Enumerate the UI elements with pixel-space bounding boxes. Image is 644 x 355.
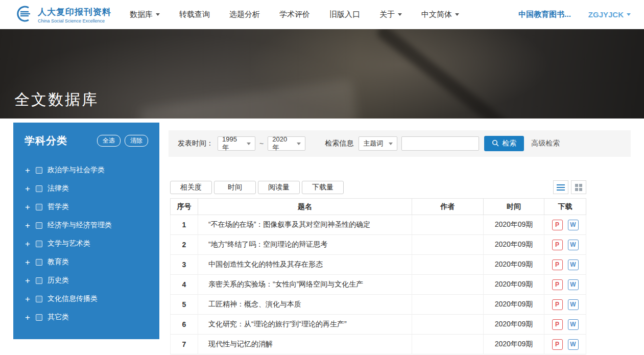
nav-item-topic-analysis[interactable]: 选题分析 [229,10,260,19]
expand-plus-icon[interactable]: + [25,258,31,267]
sidebar-header: 学科分类 全选 清除 [25,134,148,148]
account-name: ZGJYJCK [588,10,624,19]
word-download-icon[interactable]: W [568,319,579,330]
category-checkbox[interactable] [36,222,42,229]
expand-plus-icon[interactable]: + [25,295,31,303]
article-title-link[interactable]: 亲密关系的实验场：“女性向”网络空间与文化生产 [198,275,412,295]
year-to-select[interactable]: 2020年 [268,136,305,151]
category-label: 文学与艺术类 [47,239,90,248]
nav-item-database[interactable]: 数据库 [130,10,160,19]
pdf-download-icon[interactable]: P [552,240,563,250]
word-download-icon[interactable]: W [568,220,579,230]
sidebar-item-history[interactable]: + 历史类 [25,271,148,290]
site-logo[interactable]: 人大复印报刊资料 China Social Science Excellence [13,5,111,25]
sort-downloads-button[interactable]: 下载量 [302,181,344,194]
category-checkbox[interactable] [36,185,42,192]
pdf-download-icon[interactable]: P [552,339,563,350]
pdf-download-icon[interactable]: P [552,259,563,270]
category-checkbox[interactable] [36,296,42,302]
word-download-icon[interactable]: W [568,259,579,270]
nav-item-about[interactable]: 关于 [379,10,402,19]
sort-relevance-button[interactable]: 相关度 [170,181,212,194]
nav-item-academic-evaluation[interactable]: 学术评价 [279,10,310,19]
article-author [412,335,484,354]
category-checkbox[interactable] [36,204,42,210]
list-view-button[interactable] [553,180,568,194]
chevron-down-icon [297,143,301,145]
sidebar-item-economics[interactable]: + 经济学与经济管理类 [25,216,148,234]
article-title-link[interactable]: 现代性与记忆的消解 [198,335,412,354]
account-menu[interactable]: ZGJYJCK [588,10,631,19]
results-table: 序号 题名 作者 时间 下载 1 “不在场的在场”：图像叙事及其对空间神圣性的确… [170,198,586,354]
nav-item-reprint-label: 转载查询 [179,10,210,19]
table-header-row: 序号 题名 作者 时间 下载 [170,198,586,215]
sort-time-button[interactable]: 时间 [214,181,256,194]
chevron-down-icon [389,143,393,145]
col-header-title: 题名 [198,199,412,215]
word-download-icon[interactable]: W [568,299,579,310]
word-download-icon[interactable]: W [568,339,579,350]
article-title-link[interactable]: 中国创造性文化的特性及其存在形态 [198,255,412,275]
year-from-select[interactable]: 1995年 [218,136,255,151]
pdf-download-icon[interactable]: P [552,299,563,310]
table-row: 3 中国创造性文化的特性及其存在形态 2020年09期 P W [170,255,586,275]
category-checkbox[interactable] [36,167,42,174]
pdf-download-icon[interactable]: P [552,319,563,330]
category-checkbox[interactable] [36,277,42,284]
sidebar-item-culture-media[interactable]: + 文化信息传播类 [25,290,148,308]
expand-plus-icon[interactable]: + [25,221,31,230]
category-label: 经济学与经济管理类 [47,221,112,230]
expand-plus-icon[interactable]: + [25,166,31,175]
search-input[interactable] [401,136,479,151]
article-title-link[interactable]: 工匠精神：概念、演化与本质 [198,295,412,315]
article-time: 2020年09期 [484,315,544,335]
search-field-value: 主题词 [363,139,383,148]
search-button[interactable]: 检索 [484,136,524,151]
sidebar-item-others[interactable]: + 其它类 [25,308,148,326]
expand-plus-icon[interactable]: + [25,203,31,211]
search-panel: 发表时间： 1995年 ~ 2020年 检索信息 主题词 检索 高级检索 [169,130,631,157]
nav-item-reprint-query[interactable]: 转载查询 [179,10,210,19]
article-time: 2020年09期 [484,335,544,354]
sidebar-item-philosophy[interactable]: + 哲学类 [25,198,148,216]
expand-plus-icon[interactable]: + [25,184,31,193]
logo-icon [13,5,34,25]
expand-plus-icon[interactable]: + [25,313,31,322]
word-download-icon[interactable]: W [568,240,579,250]
word-download-icon[interactable]: W [568,279,579,290]
page: 人大复印报刊资料 China Social Science Excellence… [0,0,644,355]
advanced-search-link[interactable]: 高级检索 [531,139,560,148]
pdf-download-icon[interactable]: P [552,279,563,290]
row-number: 3 [170,255,198,275]
sidebar-item-law[interactable]: + 法律类 [25,179,148,198]
sidebar-item-politics-sociology[interactable]: + 政治学与社会学类 [25,161,148,179]
org-link[interactable]: 中国教育图书... [518,10,571,19]
expand-plus-icon[interactable]: + [25,276,31,285]
category-checkbox[interactable] [36,259,42,266]
category-checkbox[interactable] [36,241,42,247]
chevron-down-icon [455,13,459,16]
expand-plus-icon[interactable]: + [25,240,31,248]
article-title-link[interactable]: “地方”终结了吗：空间理论的辩证思考 [198,235,412,255]
table-row: 7 现代性与记忆的消解 2020年09期 P W [170,335,586,354]
search-field-select[interactable]: 主题词 [359,136,397,151]
article-title-link[interactable]: 文化研究：从“理论的旅行”到“理论的再生产” [198,315,412,335]
sidebar-item-education[interactable]: + 教育类 [25,253,148,271]
sidebar-item-literature-art[interactable]: + 文学与艺术类 [25,234,148,253]
category-checkbox[interactable] [36,314,42,321]
col-header-time: 时间 [484,199,544,215]
pdf-download-icon[interactable]: P [552,220,563,230]
article-title-link[interactable]: “不在场的在场”：图像叙事及其对空间神圣性的确定 [198,215,412,235]
row-number: 2 [170,235,198,255]
download-cell: P W [544,275,586,295]
clear-button[interactable]: 清除 [125,135,148,147]
category-label: 哲学类 [47,202,69,211]
select-all-button[interactable]: 全选 [97,135,121,147]
col-header-download: 下载 [544,199,586,215]
col-header-author: 作者 [412,199,484,215]
sort-reads-button[interactable]: 阅读量 [258,181,300,194]
nav-item-language[interactable]: 中文简体 [421,10,459,19]
nav-item-old-version[interactable]: 旧版入口 [329,10,360,19]
category-label: 历史类 [47,276,69,285]
grid-view-button[interactable] [571,180,586,194]
